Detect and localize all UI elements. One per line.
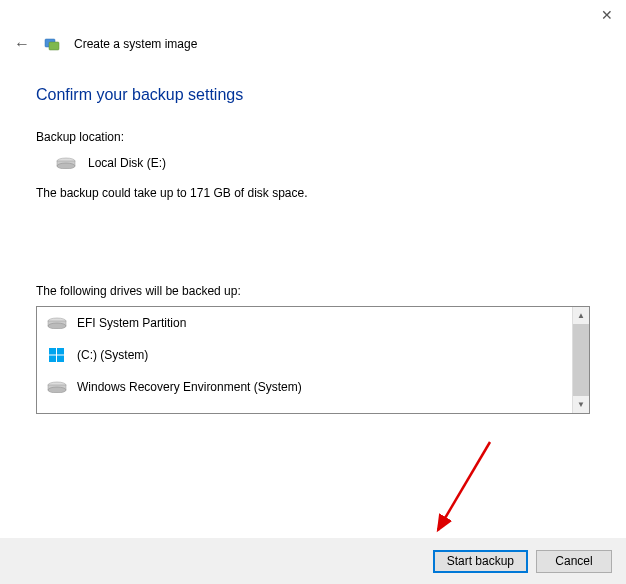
svg-point-14	[48, 387, 66, 393]
windows-icon	[47, 347, 67, 363]
svg-rect-8	[49, 348, 56, 355]
start-backup-button[interactable]: Start backup	[433, 550, 528, 573]
drives-list: EFI System Partition (C:) (System)	[37, 307, 589, 403]
svg-rect-10	[49, 356, 56, 363]
wizard-header: ← Create a system image	[0, 30, 626, 58]
disk-icon	[56, 157, 76, 169]
annotation-arrow-icon	[420, 436, 500, 540]
system-image-icon	[44, 36, 60, 52]
drive-name: EFI System Partition	[77, 316, 186, 330]
drives-label: The following drives will be backed up:	[36, 284, 590, 298]
list-item[interactable]: EFI System Partition	[37, 307, 589, 339]
svg-line-15	[438, 442, 490, 530]
scrollbar[interactable]: ▲ ▼	[572, 307, 589, 413]
list-item[interactable]: Windows Recovery Environment (System)	[37, 371, 589, 403]
scroll-thumb[interactable]	[573, 324, 589, 396]
location-label: Backup location:	[36, 130, 590, 144]
page-heading: Confirm your backup settings	[36, 86, 590, 104]
disk-icon	[47, 379, 67, 395]
scroll-down-icon[interactable]: ▼	[573, 396, 589, 413]
titlebar: ✕	[0, 0, 626, 30]
content-area: Confirm your backup settings Backup loca…	[0, 58, 626, 414]
backup-location-row: Local Disk (E:)	[56, 156, 590, 170]
svg-rect-11	[57, 356, 64, 363]
drives-list-box: EFI System Partition (C:) (System)	[36, 306, 590, 414]
wizard-title: Create a system image	[74, 37, 197, 51]
scroll-up-icon[interactable]: ▲	[573, 307, 589, 324]
list-item[interactable]: (C:) (System)	[37, 339, 589, 371]
drive-name: Windows Recovery Environment (System)	[77, 380, 302, 394]
bottom-bar: Start backup Cancel	[0, 538, 626, 584]
svg-point-7	[48, 323, 66, 329]
close-icon[interactable]: ✕	[600, 8, 614, 22]
svg-rect-1	[49, 42, 59, 50]
drive-name: (C:) (System)	[77, 348, 148, 362]
space-info-text: The backup could take up to 171 GB of di…	[36, 186, 590, 200]
svg-point-4	[57, 163, 75, 169]
disk-icon	[47, 315, 67, 331]
back-arrow-icon[interactable]: ←	[14, 36, 30, 52]
location-value: Local Disk (E:)	[88, 156, 166, 170]
cancel-button[interactable]: Cancel	[536, 550, 612, 573]
svg-rect-9	[57, 348, 64, 355]
